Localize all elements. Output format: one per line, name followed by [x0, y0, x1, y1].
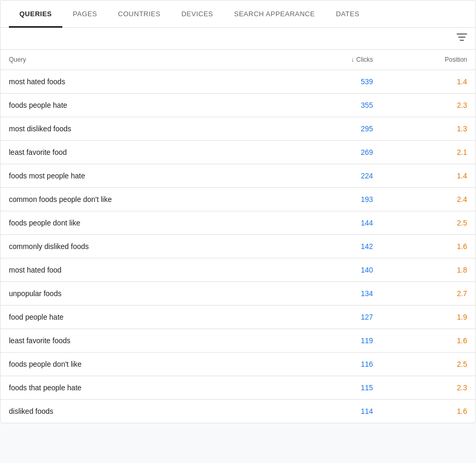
cell-query: unpopular foods — [1, 282, 288, 306]
queries-table: Query ↓ Clicks Position most hated foods… — [1, 50, 475, 423]
cell-clicks: 140 — [288, 258, 381, 282]
table-row: commonly disliked foods1421.6 — [1, 235, 475, 258]
table-row: foods that people hate1152.3 — [1, 376, 475, 400]
cell-query: most hated food — [1, 258, 288, 282]
tab-bar: QUERIESPAGESCOUNTRIESDEVICESSEARCH APPEA… — [1, 1, 475, 28]
tab-countries[interactable]: COUNTRIES — [107, 1, 171, 28]
cell-query: commonly disliked foods — [1, 235, 288, 258]
cell-position: 1.4 — [381, 164, 475, 188]
cell-query: least favorite foods — [1, 329, 288, 353]
table-row: foods people dont like1442.5 — [1, 211, 475, 235]
cell-query: foods that people hate — [1, 376, 288, 400]
cell-clicks: 269 — [288, 141, 381, 164]
sort-down-arrow-icon: ↓ — [351, 56, 354, 63]
col-header-clicks[interactable]: ↓ Clicks — [288, 50, 381, 70]
cell-position: 2.3 — [381, 376, 475, 400]
clicks-label: Clicks — [356, 56, 373, 63]
cell-position: 2.1 — [381, 141, 475, 164]
cell-position: 2.5 — [381, 353, 475, 376]
table-header-row: Query ↓ Clicks Position — [1, 50, 475, 70]
cell-query: disliked foods — [1, 400, 288, 423]
cell-clicks: 116 — [288, 353, 381, 376]
cell-clicks: 539 — [288, 70, 381, 94]
cell-clicks: 355 — [288, 94, 381, 117]
table-row: least favorite foods1191.6 — [1, 329, 475, 353]
cell-position: 2.5 — [381, 211, 475, 235]
cell-query: foods people hate — [1, 94, 288, 117]
cell-query: food people hate — [1, 306, 288, 329]
tab-search-appearance[interactable]: SEARCH APPEARANCE — [224, 1, 325, 28]
toolbar — [1, 28, 475, 50]
table-row: least favorite food2692.1 — [1, 141, 475, 164]
tab-queries[interactable]: QUERIES — [9, 1, 62, 28]
cell-position: 2.3 — [381, 94, 475, 117]
cell-clicks: 114 — [288, 400, 381, 423]
cell-query: foods people dont like — [1, 211, 288, 235]
cell-clicks: 224 — [288, 164, 381, 188]
cell-clicks: 115 — [288, 376, 381, 400]
cell-query: least favorite food — [1, 141, 288, 164]
cell-position: 1.9 — [381, 306, 475, 329]
cell-position: 1.6 — [381, 400, 475, 423]
cell-position: 2.4 — [381, 188, 475, 211]
col-header-position: Position — [381, 50, 475, 70]
cell-clicks: 134 — [288, 282, 381, 306]
cell-clicks: 142 — [288, 235, 381, 258]
tab-devices[interactable]: DEVICES — [171, 1, 224, 28]
col-header-query: Query — [1, 50, 288, 70]
table-row: unpopular foods1342.7 — [1, 282, 475, 306]
cell-position: 1.6 — [381, 329, 475, 353]
table-row: most hated food1401.8 — [1, 258, 475, 282]
table-row: most disliked foods2951.3 — [1, 117, 475, 141]
table-row: most hated foods5391.4 — [1, 70, 475, 94]
table-row: disliked foods1141.6 — [1, 400, 475, 423]
cell-clicks: 144 — [288, 211, 381, 235]
filter-icon[interactable] — [457, 33, 467, 44]
cell-query: most disliked foods — [1, 117, 288, 141]
cell-clicks: 127 — [288, 306, 381, 329]
cell-position: 1.8 — [381, 258, 475, 282]
table-row: foods people hate3552.3 — [1, 94, 475, 117]
cell-position: 1.4 — [381, 70, 475, 94]
cell-position: 1.3 — [381, 117, 475, 141]
table-row: foods people don't like1162.5 — [1, 353, 475, 376]
table-row: common foods people don't like1932.4 — [1, 188, 475, 211]
table-row: foods most people hate2241.4 — [1, 164, 475, 188]
cell-clicks: 119 — [288, 329, 381, 353]
cell-position: 2.7 — [381, 282, 475, 306]
tab-dates[interactable]: DATES — [325, 1, 370, 28]
cell-clicks: 193 — [288, 188, 381, 211]
table-row: food people hate1271.9 — [1, 306, 475, 329]
cell-clicks: 295 — [288, 117, 381, 141]
cell-query: foods people don't like — [1, 353, 288, 376]
cell-query: most hated foods — [1, 70, 288, 94]
tab-pages[interactable]: PAGES — [62, 1, 107, 28]
cell-position: 1.6 — [381, 235, 475, 258]
cell-query: foods most people hate — [1, 164, 288, 188]
main-container: QUERIESPAGESCOUNTRIESDEVICESSEARCH APPEA… — [0, 0, 476, 423]
cell-query: common foods people don't like — [1, 188, 288, 211]
